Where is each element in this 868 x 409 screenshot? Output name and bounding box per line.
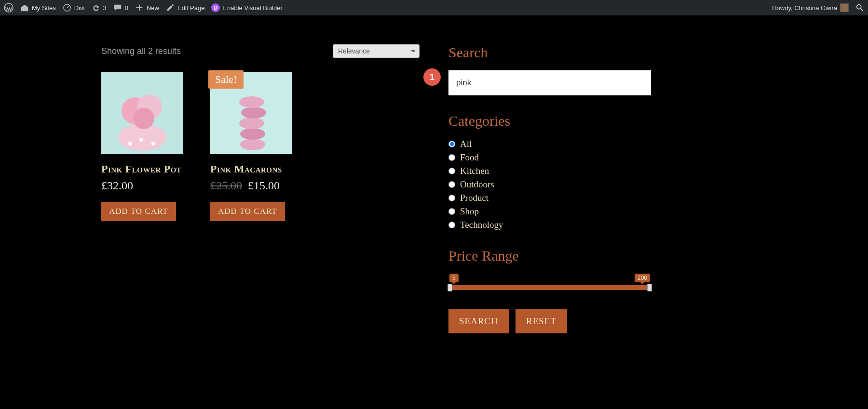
updates-count: 3 <box>103 4 107 12</box>
comments-count: 0 <box>125 4 128 12</box>
category-item[interactable]: Kitchen <box>448 166 651 176</box>
site-name-link[interactable]: Divi <box>63 3 85 12</box>
gauge-icon <box>63 3 71 12</box>
sidebar-column: Search 1 Categories AllFoodKitchenOutdoo… <box>448 44 651 351</box>
comments-link[interactable]: 0 <box>113 3 128 12</box>
categories-widget: Categories AllFoodKitchenOutdoorsProduct… <box>448 113 651 230</box>
svg-point-13 <box>240 128 265 140</box>
product-price: £32.00 <box>101 179 183 192</box>
site-name-label: Divi <box>74 4 85 12</box>
category-radio[interactable] <box>448 168 455 174</box>
flower-pot-illustration <box>101 72 183 154</box>
plus-icon <box>135 3 144 12</box>
category-radio[interactable] <box>448 181 455 188</box>
product-price: £25.00 £15.00 <box>210 179 292 192</box>
search-widget: Search 1 <box>448 44 651 95</box>
svg-point-12 <box>240 139 265 150</box>
product-image[interactable] <box>101 72 183 154</box>
category-item[interactable]: Technology <box>448 220 651 230</box>
add-to-cart-button[interactable]: ADD TO CART <box>101 202 176 221</box>
updates-link[interactable]: 3 <box>92 3 107 12</box>
comment-icon <box>113 3 122 12</box>
result-count: Showing all 2 results <box>101 46 181 56</box>
category-label: Product <box>460 193 488 203</box>
price-range-handle-min[interactable] <box>448 284 452 291</box>
price-range-widget: Price Range 5 200 SEARCH RESET <box>448 248 651 333</box>
adminbar-search-icon[interactable] <box>855 3 864 12</box>
reset-button[interactable]: RESET <box>515 309 567 333</box>
category-item[interactable]: Product <box>448 193 651 203</box>
product-card: Pink Flower Pot £32.00 ADD TO CART <box>101 72 183 221</box>
product-price-old: £25.00 <box>210 179 242 192</box>
svg-point-7 <box>151 142 155 145</box>
pencil-icon <box>166 3 175 12</box>
category-radio[interactable] <box>448 222 455 228</box>
search-input[interactable] <box>448 70 651 95</box>
svg-point-5 <box>139 138 143 142</box>
orderby-select[interactable]: Relevance <box>333 44 420 58</box>
product-price-current: £15.00 <box>248 179 280 192</box>
price-range-slider[interactable]: 5 200 <box>448 274 651 290</box>
category-label: Outdoors <box>460 179 494 190</box>
category-label: Technology <box>460 220 503 230</box>
category-radio[interactable] <box>448 208 455 215</box>
price-min-tag: 5 <box>449 274 459 282</box>
my-sites-link[interactable]: My Sites <box>20 3 56 12</box>
new-link[interactable]: New <box>135 3 159 12</box>
price-range-track <box>448 285 651 290</box>
annotation-badge: 1 <box>423 68 441 86</box>
svg-point-16 <box>239 96 264 108</box>
category-item[interactable]: Food <box>448 152 651 163</box>
product-title[interactable]: Pink Flower Pot <box>101 163 183 175</box>
svg-point-2 <box>857 5 861 9</box>
search-title: Search <box>448 44 651 61</box>
visual-builder-label: Enable Visual Builder <box>223 4 282 12</box>
divi-icon: D <box>211 3 220 12</box>
category-label: All <box>460 139 472 149</box>
price-range-labels: 5 200 <box>448 274 651 282</box>
user-avatar-icon <box>840 3 849 12</box>
category-radio[interactable] <box>448 141 455 147</box>
category-item[interactable]: All <box>448 139 651 149</box>
shop-topline: Showing all 2 results Relevance <box>101 44 420 58</box>
svg-point-10 <box>133 108 154 129</box>
category-label: Food <box>460 152 479 163</box>
price-range-handle-max[interactable] <box>647 284 652 291</box>
category-radio[interactable] <box>448 195 455 201</box>
categories-list: AllFoodKitchenOutdoorsProductShopTechnol… <box>448 139 651 230</box>
edit-page-label: Edit Page <box>177 4 204 12</box>
product-price-current: £32.00 <box>101 179 133 192</box>
price-range-title: Price Range <box>448 248 651 264</box>
svg-point-14 <box>239 118 264 129</box>
price-max-tag: 200 <box>635 274 650 282</box>
categories-title: Categories <box>448 113 651 129</box>
product-title[interactable]: Pink Macarons <box>210 163 292 175</box>
category-radio[interactable] <box>448 154 455 161</box>
new-label: New <box>147 4 159 12</box>
my-sites-label: My Sites <box>32 4 56 12</box>
refresh-icon <box>92 3 100 12</box>
category-label: Kitchen <box>460 166 489 176</box>
howdy-label: Howdy, Christina Gwira <box>772 4 837 12</box>
wp-admin-bar: My Sites Divi 3 0 New Edit Page D Enable… <box>0 0 868 15</box>
adminbar-right: Howdy, Christina Gwira <box>772 3 864 12</box>
category-item[interactable]: Shop <box>448 206 651 217</box>
product-card: Sale! Pink Macarons £25.00 £15.00 <box>210 72 292 221</box>
category-label: Shop <box>460 206 479 217</box>
product-grid: Pink Flower Pot £32.00 ADD TO CART Sale! <box>101 72 420 221</box>
visual-builder-link[interactable]: D Enable Visual Builder <box>211 3 282 12</box>
page-body: Showing all 2 results Relevance <box>0 15 868 370</box>
edit-page-link[interactable]: Edit Page <box>166 3 204 12</box>
adminbar-left: My Sites Divi 3 0 New Edit Page D Enable… <box>4 3 283 13</box>
howdy-link[interactable]: Howdy, Christina Gwira <box>772 3 849 12</box>
wp-logo-icon[interactable] <box>4 3 14 13</box>
svg-point-15 <box>241 107 266 119</box>
filter-actions: SEARCH RESET <box>448 309 651 333</box>
sale-badge: Sale! <box>208 70 244 89</box>
house-icon <box>20 3 29 12</box>
search-button[interactable]: SEARCH <box>448 309 509 333</box>
shop-column: Showing all 2 results Relevance <box>101 44 420 351</box>
add-to-cart-button[interactable]: ADD TO CART <box>210 202 285 221</box>
svg-point-6 <box>128 142 132 145</box>
category-item[interactable]: Outdoors <box>448 179 651 190</box>
